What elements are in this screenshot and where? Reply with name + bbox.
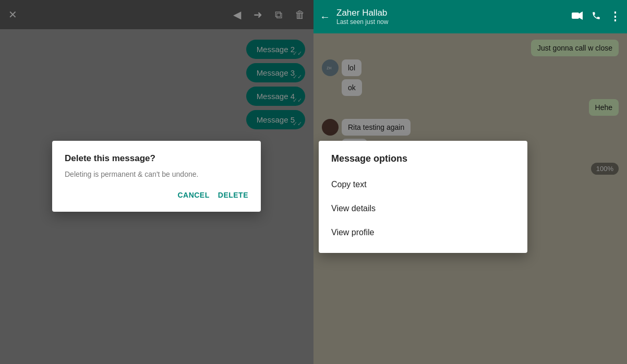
chat-header: ← Zaher Hallab Last seen just now ⋮ <box>314 0 627 33</box>
svg-marker-1 <box>579 11 583 20</box>
contact-name: Zaher Hallab <box>336 8 565 18</box>
phone-call-icon[interactable] <box>592 11 601 23</box>
dialog-title: Delete this message? <box>65 153 248 164</box>
header-info: Zaher Hallab Last seen just now <box>336 8 565 26</box>
view-details-option[interactable]: View details <box>319 197 527 221</box>
svg-rect-0 <box>572 13 579 19</box>
video-call-icon[interactable] <box>572 11 583 22</box>
more-options-icon[interactable]: ⋮ <box>609 10 621 23</box>
last-seen-status: Last seen just now <box>336 18 565 26</box>
back-button[interactable]: ← <box>320 11 330 23</box>
copy-text-option[interactable]: Copy text <box>319 173 527 197</box>
options-dialog-title: Message options <box>319 149 527 173</box>
header-action-icons: ⋮ <box>572 10 621 23</box>
delete-button[interactable]: DELETE <box>218 191 248 199</box>
delete-dialog: Delete this message? Deleting is permane… <box>52 141 261 212</box>
left-panel: ✕ ◀ ➜ ⧉ 🗑 Message 2 ✓✓ Message 3 ✓✓ Mess… <box>0 0 314 364</box>
view-profile-option[interactable]: View profile <box>319 221 527 245</box>
cancel-button[interactable]: CANCEL <box>177 191 209 199</box>
right-panel: ← Zaher Hallab Last seen just now ⋮ Just… <box>314 0 627 364</box>
dialog-buttons: CANCEL DELETE <box>65 191 248 199</box>
dialog-body: Deleting is permanent & can't be undone. <box>65 170 248 178</box>
message-options-dialog: Message options Copy text View details V… <box>319 141 527 253</box>
